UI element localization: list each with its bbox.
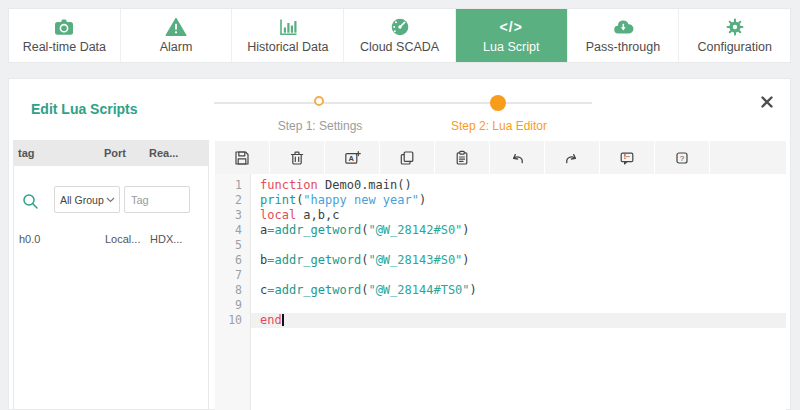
copy-button[interactable]	[380, 141, 434, 174]
tab-configuration[interactable]: Configuration	[679, 9, 790, 62]
tab-label: Cloud SCADA	[360, 40, 439, 54]
cell-tag: h0.0	[14, 233, 105, 245]
tab-historical-data[interactable]: Historical Data	[232, 9, 344, 62]
tag-table-body: All Group h0.0 Local... HDX...	[13, 166, 209, 410]
toolbar-filler	[710, 141, 786, 174]
tag-filter-input[interactable]	[124, 186, 190, 213]
group-select[interactable]: All Group	[54, 186, 120, 213]
close-icon	[760, 95, 774, 109]
undo-button[interactable]	[490, 141, 544, 174]
text-cursor	[282, 314, 284, 326]
tab-pass-through[interactable]: Pass-through	[568, 9, 680, 62]
step-2-node[interactable]	[490, 95, 506, 111]
code-area: 12345678910 function Demo0.main()print("…	[215, 174, 786, 410]
tab-label: Alarm	[160, 40, 193, 54]
column-header-tag: tag	[13, 147, 104, 159]
camera-icon	[53, 17, 75, 37]
svg-text:!··: !··	[624, 153, 631, 160]
bar-chart-icon	[277, 17, 299, 37]
chevron-down-icon	[106, 197, 115, 203]
save-button[interactable]	[215, 141, 269, 174]
font-size-button[interactable]: A	[325, 141, 379, 174]
redo-icon	[563, 149, 581, 167]
line-number: 2	[215, 193, 250, 208]
code-line[interactable]: end	[251, 313, 786, 328]
help-button[interactable]: ?	[655, 141, 709, 174]
comment-button[interactable]: !··	[600, 141, 654, 174]
code-line[interactable]	[251, 238, 786, 253]
font-size-icon: A	[343, 149, 361, 167]
step-1-node[interactable]	[314, 96, 324, 106]
line-number: 6	[215, 253, 250, 268]
code-icon: </>	[500, 17, 523, 37]
tab-label: Real-time Data	[23, 40, 106, 54]
code-line[interactable]: function Demo0.main()	[251, 178, 786, 193]
line-number: 8	[215, 283, 250, 298]
code-line[interactable]: print("happy new year")	[251, 193, 786, 208]
code-line[interactable]: b=addr_getword("@W_28143#S0")	[251, 253, 786, 268]
top-tab-bar: Real-time Data Alarm Historical Data	[8, 8, 791, 63]
tab-lua-script[interactable]: </> Lua Script	[456, 9, 568, 62]
lua-code-editor: A	[215, 141, 786, 410]
delete-icon	[288, 149, 306, 167]
code-line[interactable]	[251, 298, 786, 313]
undo-icon	[508, 149, 526, 167]
line-number: 3	[215, 208, 250, 223]
column-header-port: Port	[104, 147, 149, 159]
gear-icon	[724, 17, 746, 37]
paste-button[interactable]	[435, 141, 489, 174]
step-1-label[interactable]: Step 1: Settings	[278, 119, 363, 133]
step-2-label[interactable]: Step 2: Lua Editor	[451, 119, 547, 133]
page-title: Edit Lua Scripts	[31, 101, 138, 117]
code-lines[interactable]: function Demo0.main()print("happy new ye…	[251, 174, 786, 410]
stepper: Step 1: Settings Step 2: Lua Editor	[214, 93, 592, 139]
code-line[interactable]: local a,b,c	[251, 208, 786, 223]
svg-text:?: ?	[680, 153, 685, 162]
line-number: 7	[215, 268, 250, 283]
tab-label: Configuration	[697, 40, 771, 54]
close-button[interactable]	[760, 95, 774, 109]
editor-toolbar: A	[215, 141, 786, 174]
line-number: 1	[215, 178, 250, 193]
comment-icon: !··	[618, 149, 636, 167]
tag-table-header: tag Port Rea...	[13, 140, 209, 166]
cloud-download-icon	[612, 17, 634, 37]
redo-button[interactable]	[545, 141, 599, 174]
alarm-icon	[165, 17, 187, 37]
tab-label: Lua Script	[483, 40, 539, 54]
tab-alarm[interactable]: Alarm	[121, 9, 233, 62]
table-row[interactable]: h0.0 Local... HDX...	[14, 228, 208, 250]
gauge-icon	[389, 17, 411, 37]
code-line[interactable]: c=addr_getword("@W_28144#TS0")	[251, 283, 786, 298]
stepper-line	[214, 102, 592, 104]
column-header-read: Rea...	[149, 147, 209, 159]
line-number: 10	[215, 313, 250, 328]
tab-realtime-data[interactable]: Real-time Data	[9, 9, 121, 62]
cell-read: HDX...	[150, 233, 208, 245]
copy-icon	[398, 149, 416, 167]
search-icon[interactable]	[21, 192, 40, 215]
tab-cloud-scada[interactable]: Cloud SCADA	[344, 9, 456, 62]
code-line[interactable]: a=addr_getword("@W_28142#S0")	[251, 223, 786, 238]
save-icon	[233, 149, 251, 167]
tab-label: Historical Data	[247, 40, 328, 54]
paste-icon	[453, 149, 471, 167]
cell-port: Local...	[105, 233, 150, 245]
delete-button[interactable]	[270, 141, 324, 174]
line-number: 9	[215, 298, 250, 313]
line-number: 4	[215, 223, 250, 238]
help-icon: ?	[673, 149, 691, 167]
svg-text:A: A	[349, 154, 355, 163]
tab-label: Pass-through	[586, 40, 660, 54]
gutter: 12345678910	[215, 174, 251, 410]
code-line[interactable]	[251, 268, 786, 283]
tag-table: tag Port Rea... All Group h0.0 Local... …	[13, 140, 209, 410]
group-select-value: All Group	[60, 194, 104, 206]
line-number: 5	[215, 238, 250, 253]
